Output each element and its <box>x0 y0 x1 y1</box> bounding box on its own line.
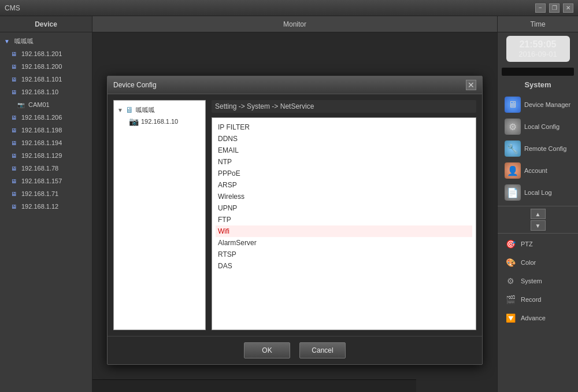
monitor-icon: 🖥 <box>9 62 18 71</box>
local-log-icon: 📄 <box>505 184 521 201</box>
local-config-icon: ⚙ <box>505 119 521 135</box>
minimize-button[interactable]: − <box>535 3 546 13</box>
local-config-label: Local Config <box>524 123 560 130</box>
record-button[interactable]: 🎬 Record <box>502 290 573 309</box>
list-item[interactable]: 🖥 192.168.1.194 <box>0 136 92 149</box>
list-item[interactable]: PPPoE <box>216 168 472 179</box>
list-item[interactable]: Wireless <box>216 191 472 202</box>
device-config-dialog: Device Config ✕ ▼ 🖥 呱呱呱 📷 192 <box>107 76 483 365</box>
monitor-icon: 🖥 <box>9 125 18 135</box>
monitor-icon: 🖥 <box>9 87 18 97</box>
color-button[interactable]: 🎨 Color <box>502 253 573 272</box>
monitor-icon: 🖥 <box>9 202 18 211</box>
tree-expand-icon: ▼ <box>117 107 123 113</box>
list-item[interactable]: EMAIL <box>216 145 472 156</box>
monitor-icon: 🖥 <box>9 49 18 58</box>
remote-config-button[interactable]: 🔧 Remote Config <box>502 138 573 160</box>
device-manager-button[interactable]: 🖥 Device Manager <box>502 94 573 116</box>
list-item[interactable]: DDNS <box>216 133 472 145</box>
scroll-down-button[interactable]: ▼ <box>531 220 546 231</box>
list-item[interactable]: 🖥 192.168.1.10 <box>0 86 92 98</box>
advance-icon: 🔽 <box>503 311 517 325</box>
dialog-close-button[interactable]: ✕ <box>466 80 476 90</box>
list-item[interactable]: 🖥 192.168.1.129 <box>0 149 92 162</box>
center-area: T Vi Device Config ✕ ▼ 🖥 呱呱 <box>92 32 497 392</box>
list-item[interactable]: 🖥 192.168.1.201 <box>0 47 92 60</box>
system-button[interactable]: ⚙ System <box>502 272 573 290</box>
device-nav-label: Device <box>0 16 92 32</box>
list-item[interactable]: DAS <box>216 260 472 272</box>
list-item[interactable]: FTP <box>216 214 472 225</box>
ptz-icon: 🎯 <box>503 237 517 251</box>
list-item[interactable]: ARSP <box>216 179 472 191</box>
list-item[interactable]: RTSP <box>216 249 472 260</box>
left-panel: ▼ 呱呱呱 🖥 192.168.1.201 🖥 192.168.1.200 🖥 … <box>0 32 92 392</box>
local-log-label: Local Log <box>524 189 552 196</box>
monitor-nav-label: Monitor <box>92 16 497 32</box>
group-label: 呱呱呱 <box>14 37 34 46</box>
local-log-button[interactable]: 📄 Local Log <box>502 182 573 204</box>
local-config-button[interactable]: ⚙ Local Config <box>502 116 573 138</box>
dialog-tree-panel: ▼ 🖥 呱呱呱 📷 192.168.1.10 <box>113 100 206 330</box>
account-icon: 👤 <box>505 162 521 179</box>
list-item[interactable]: 🖥 192.168.1.78 <box>0 162 92 175</box>
tree-group-icon: 🖥 <box>125 105 134 114</box>
system-icon: ⚙ <box>503 274 517 288</box>
list-item[interactable]: 🖥 192.168.1.200 <box>0 60 92 73</box>
group-icon: ▼ <box>2 36 12 46</box>
monitor-icon: 🖥 <box>9 113 18 122</box>
list-item[interactable]: 🖥 192.168.1.157 <box>0 175 92 187</box>
dialog-breadcrumb: Setting -> System -> NetService <box>212 100 476 113</box>
list-item[interactable]: 🖥 192.168.1.71 <box>0 187 92 200</box>
remote-config-label: Remote Config <box>524 145 566 152</box>
record-label: Record <box>521 296 541 303</box>
list-item[interactable]: UPNP <box>216 202 472 214</box>
tree-root-label: 呱呱呱 <box>136 106 155 114</box>
window-controls: − ❐ ✕ <box>535 3 573 13</box>
list-item[interactable]: 🖥 192.168.1.12 <box>0 200 92 213</box>
monitor-icon: 🖥 <box>9 151 18 160</box>
scroll-up-button[interactable]: ▲ <box>531 209 546 219</box>
advance-button[interactable]: 🔽 Advance <box>502 309 573 327</box>
list-item[interactable]: 🖥 192.168.1.198 <box>0 124 92 136</box>
device-group-root[interactable]: ▼ 呱呱呱 <box>0 35 92 47</box>
ptz-label: PTZ <box>521 241 533 247</box>
ptz-button[interactable]: 🎯 PTZ <box>502 235 573 253</box>
list-item[interactable]: AlarmServer <box>216 237 472 249</box>
monitor-icon: 🖥 <box>9 164 18 173</box>
tree-child-item[interactable]: 📷 192.168.1.10 <box>129 116 202 127</box>
ok-button[interactable]: OK <box>244 342 290 358</box>
device-list: ▼ 呱呱呱 🖥 192.168.1.201 🖥 192.168.1.200 🖥 … <box>0 32 92 392</box>
color-icon: 🎨 <box>503 256 517 269</box>
time-value: 21:59:05 <box>512 39 564 50</box>
account-button[interactable]: 👤 Account <box>502 160 573 182</box>
restore-button[interactable]: ❐ <box>549 3 560 13</box>
right-panel: 21:59:05 2016-09-01 System 🖥 Device Mana… <box>497 32 578 392</box>
record-icon: 🎬 <box>503 293 517 306</box>
dialog-title: Device Config <box>113 81 157 89</box>
list-item[interactable]: 🖥 192.168.1.101 <box>0 73 92 86</box>
system-section-label: System <box>498 78 578 91</box>
time-display-box: 21:59:05 2016-09-01 <box>506 36 570 62</box>
bottom-function-buttons: 🎯 PTZ 🎨 Color ⚙ System 🎬 Record 🔽 Advanc… <box>498 234 578 328</box>
time-nav-label: Time <box>497 16 578 32</box>
monitor-icon: 🖥 <box>9 176 18 186</box>
main-layout: ▼ 呱呱呱 🖥 192.168.1.201 🖥 192.168.1.200 🖥 … <box>0 32 578 392</box>
cancel-button[interactable]: Cancel <box>299 342 346 358</box>
color-label: Color <box>521 259 536 266</box>
tree-camera-icon: 📷 <box>129 117 139 126</box>
list-item[interactable]: 🖥 192.168.1.206 <box>0 111 92 124</box>
close-button[interactable]: ✕ <box>563 3 573 13</box>
device-manager-icon: 🖥 <box>505 97 521 113</box>
monitor-icon: 🖥 <box>9 75 18 84</box>
dialog-body: ▼ 🖥 呱呱呱 📷 192.168.1.10 Setting -> System… <box>108 94 482 336</box>
list-item-wifi[interactable]: Wifi <box>216 225 472 237</box>
list-item[interactable]: 📷 CAM01 <box>0 98 92 111</box>
system-label: System <box>521 278 542 284</box>
list-item[interactable]: IP FILTER <box>216 121 472 133</box>
progress-bar <box>502 68 574 76</box>
tree-root-item[interactable]: ▼ 🖥 呱呱呱 <box>117 104 202 116</box>
list-item[interactable]: NTP <box>216 156 472 168</box>
modal-overlay: Device Config ✕ ▼ 🖥 呱呱呱 📷 192 <box>92 32 497 392</box>
camera-icon: 📷 <box>16 100 25 109</box>
